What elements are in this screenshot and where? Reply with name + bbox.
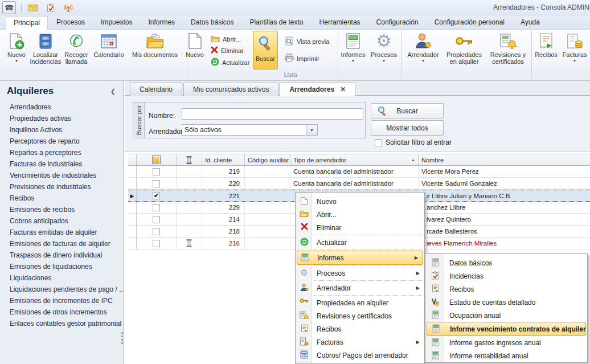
show-all-button[interactable]: Mostrar todos (371, 120, 444, 136)
menu-item-recibos[interactable]: Recibos (296, 322, 424, 336)
ribbon-tab-datos-basicos[interactable]: Datos básicos (183, 16, 241, 30)
sidebar-item-emisiones-liquidaciones[interactable]: Emisiones de liquidaciones (0, 261, 124, 272)
ribbon-tab-procesos[interactable]: Procesos (49, 16, 92, 30)
submenu-item-recibos[interactable]: Recibos (425, 283, 587, 296)
menu-item-procesos[interactable]: ⚙ Procesos ▶ (296, 267, 424, 280)
landlords-filter-select[interactable]: Sólo activos ▼ (182, 124, 318, 136)
doc-tab-calendario[interactable]: Calendario (130, 83, 182, 96)
menu-item-actualizar[interactable]: Actualizar (296, 236, 424, 249)
sidebar-item-propiedades-activas[interactable]: Propiedades activas (0, 113, 124, 124)
new-button[interactable]: Nuevo ▼ (3, 31, 30, 63)
row-checkbox[interactable] (153, 180, 160, 187)
row-checkbox[interactable] (153, 168, 160, 175)
tasks-clipboard-icon[interactable] (44, 2, 57, 14)
sidebar-item-previsiones[interactable]: Previsiones de industriales (0, 181, 124, 193)
sidebar-item-cobros-anticipados[interactable]: Cobros anticipados (0, 215, 124, 227)
ribbon-tab-configuracion[interactable]: Configuración (369, 16, 426, 30)
checkbox-column-header[interactable] (137, 154, 177, 165)
list-new-button[interactable]: Nuevo (181, 31, 208, 58)
my-documents-button[interactable]: Mis documentos (128, 31, 182, 58)
sidebar-item-arrendadores[interactable]: Arrendadores (0, 101, 124, 113)
submenu-item-informe-rentabilidad[interactable]: Informe rentabilidad anual (425, 349, 587, 362)
open-button[interactable]: Abrir... (211, 35, 241, 44)
rental-properties-button[interactable]: Propiedades en alquiler (443, 31, 485, 65)
row-checkbox-checked[interactable]: ✔ (153, 192, 160, 199)
row-checkbox[interactable] (153, 240, 160, 247)
invoices-button[interactable]: Facturas ▼ (560, 31, 589, 63)
submenu-item-informe-vencimiento[interactable]: Informe vencimiento contratos de alquile… (427, 322, 586, 336)
sidebar-item-emisiones-recibos[interactable]: Emisiones de recibos (0, 204, 124, 215)
row-checkbox[interactable] (153, 216, 160, 223)
submenu-item-informe-gastos[interactable]: Informe gastos ingresos anual (425, 336, 587, 349)
chevron-down-icon[interactable]: ▼ (306, 125, 317, 135)
reports-button[interactable]: Informes ▼ (338, 31, 368, 63)
doc-tab-comunicados[interactable]: Mis comunicados activos (183, 83, 278, 96)
preview-button[interactable]: Vista previa (285, 36, 329, 47)
menu-item-cobros-pagos[interactable]: Cobros/ Pagos del arrendador (296, 349, 424, 362)
aux-code-column-header[interactable]: Código auxiliar (245, 154, 290, 165)
sidebar-item-emisiones-facturas[interactable]: Emisiones de facturas de alquiler (0, 238, 124, 250)
search-by-tab[interactable]: Buscar por (133, 103, 145, 138)
broadcast-icon[interactable] (62, 2, 75, 14)
sidebar-item-incrementos-ipc[interactable]: Emisiones de incrementos de IPC (0, 295, 124, 306)
sidebar-item-repartos[interactable]: Repartos a perceptores (0, 147, 124, 158)
menu-item-arrendador[interactable]: Arrendador ▶ (296, 281, 424, 295)
locate-incidents-button[interactable]: Localizar incidencias (30, 31, 62, 65)
search-button[interactable]: Buscar (371, 103, 444, 118)
revisions-button[interactable]: Revisiones y certificados (485, 31, 531, 65)
search-button-ribbon[interactable]: Buscar (253, 31, 278, 69)
menu-item-nuevo[interactable]: Nuevo (296, 195, 424, 208)
landlord-button[interactable]: Arrendador ▼ (405, 31, 441, 63)
print-button[interactable]: Imprimir (285, 54, 319, 63)
sidebar-item-facturas-industriales[interactable]: Facturas de industriales (0, 158, 124, 170)
table-row[interactable]: 220 Cuenta bancaria del administrador Vi… (128, 178, 590, 190)
menu-item-abrir[interactable]: Abrir... (296, 208, 424, 221)
hourglass-column-header[interactable] (177, 154, 202, 165)
ribbon-tab-informes[interactable]: Informes (141, 16, 182, 30)
submenu-item-estado-cuentas[interactable]: Estado de cuentas detallado (425, 296, 587, 309)
select-all-checkbox-icon[interactable] (152, 156, 161, 164)
menu-item-propiedades[interactable]: Propiedades en alquiler (296, 296, 424, 309)
menu-item-informes[interactable]: Informes ▶ (297, 251, 423, 265)
close-icon[interactable]: ✕ (340, 83, 346, 96)
ribbon-tab-configuracion-personal[interactable]: Configuración personal (427, 16, 512, 30)
name-column-header[interactable]: Nombre (419, 154, 590, 165)
sidebar-item-facturas-emitidas[interactable]: Facturas emitidas de alquiler (0, 227, 124, 238)
submenu-item-ocupacion-anual[interactable]: Ocupación anual (425, 309, 587, 322)
sidebar-item-otros-incrementos[interactable]: Emisiones de otros incrementos (0, 306, 124, 318)
doc-tab-arrendadores[interactable]: Arrendadores ✕ (280, 83, 355, 96)
sidebar-item-liquidaciones-pendientes[interactable]: Liquidaciones pendientes de pago / ... (0, 284, 124, 295)
refresh-button[interactable]: Actualizar (211, 58, 249, 67)
sidebar-item-inquilinos-activos[interactable]: Inquilinos Activos (0, 124, 124, 136)
sidebar-item-enlaces-contables[interactable]: Enlaces contables gestor patrimonial (0, 318, 124, 329)
processes-button[interactable]: ⚙ Procesos ▼ (369, 31, 399, 63)
ribbon-tab-principal[interactable]: Principal (6, 16, 48, 30)
type-column-header[interactable]: Tipo de arrendador ▲ (290, 154, 419, 165)
name-input[interactable] (182, 108, 363, 120)
ribbon-tab-ayuda[interactable]: Ayuda (513, 16, 547, 30)
submenu-item-incidencias[interactable]: Incidencias (425, 269, 587, 283)
app-phone-icon[interactable]: ☎ (2, 1, 16, 14)
request-filter-checkbox[interactable] (375, 139, 382, 146)
sidebar-item-liquidaciones[interactable]: Liquidaciones (0, 272, 124, 284)
mail-icon[interactable] (27, 2, 39, 14)
ribbon-tab-herramientas[interactable]: Herramientas (312, 16, 368, 30)
ribbon-tab-impuestos[interactable]: Impuestos (93, 16, 140, 30)
ribbon-tab-plantillas[interactable]: Plantillas de texto (242, 16, 310, 30)
menu-item-eliminar[interactable]: Eliminar (296, 221, 424, 234)
submenu-item-datos-basicos[interactable]: Datos básicos (425, 256, 587, 269)
sidebar-resize-handle[interactable] (121, 332, 123, 344)
table-row[interactable]: 219 Cuenta bancaria del administrador Vi… (128, 166, 590, 178)
sidebar-collapse-icon[interactable]: ❮ (110, 88, 116, 95)
calendar-button[interactable]: Calendario (91, 31, 126, 58)
sidebar-item-traspasos[interactable]: Traspasos de dinero individual (0, 250, 124, 261)
menu-item-facturas[interactable]: Facturas ▶ (296, 336, 424, 349)
sidebar-item-perceptores[interactable]: Perceptores de reparto (0, 136, 124, 147)
row-checkbox[interactable] (153, 228, 160, 235)
id-column-header[interactable]: Id. cliente (202, 154, 245, 165)
menu-item-revisiones[interactable]: Revisiones y certificados (296, 309, 424, 322)
delete-button[interactable]: Eliminar (211, 46, 244, 55)
row-checkbox[interactable] (153, 204, 160, 211)
sidebar-item-recibos[interactable]: Recibos (0, 193, 124, 204)
receipts-button[interactable]: Recibos (533, 31, 559, 58)
